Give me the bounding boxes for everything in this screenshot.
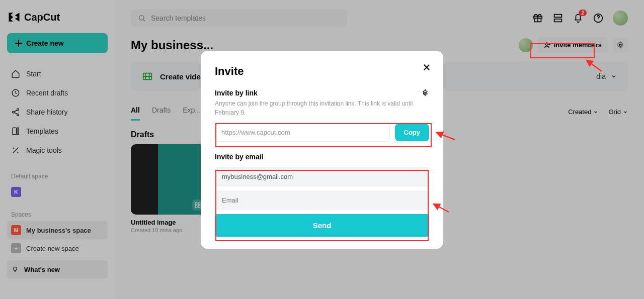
close-button[interactable] [421,62,432,73]
invite-by-email-label: Invite by email [215,153,429,161]
email-input-empty[interactable] [215,190,429,210]
invite-by-link-help: Anyone can join the group through this i… [215,99,429,117]
link-settings-icon[interactable] [421,89,429,97]
invite-link-input[interactable] [215,123,390,142]
modal-overlay: Invite Invite by link Anyone can join th… [0,0,644,299]
invite-by-link-label: Invite by link [215,89,429,97]
close-icon [422,63,431,72]
invite-modal: Invite Invite by link Anyone can join th… [201,51,443,249]
copy-button[interactable]: Copy [395,124,430,141]
email-input-filled[interactable] [215,167,429,186]
svg-point-20 [425,92,426,93]
modal-title: Invite [215,65,429,78]
send-button[interactable]: Send [215,214,429,237]
